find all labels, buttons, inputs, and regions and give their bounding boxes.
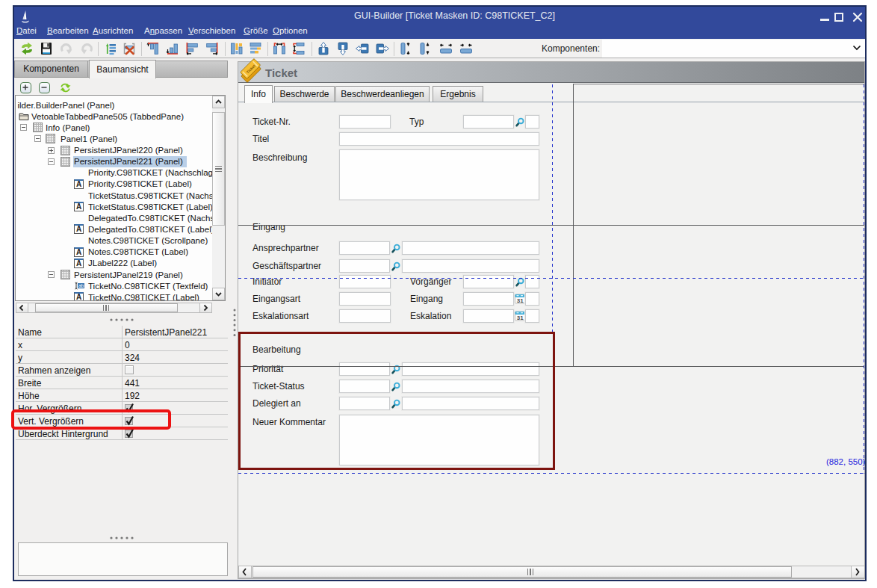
svg-text:ab: ab [78, 283, 84, 288]
svg-text:31: 31 [517, 315, 524, 321]
svg-text:31: 31 [517, 297, 524, 304]
